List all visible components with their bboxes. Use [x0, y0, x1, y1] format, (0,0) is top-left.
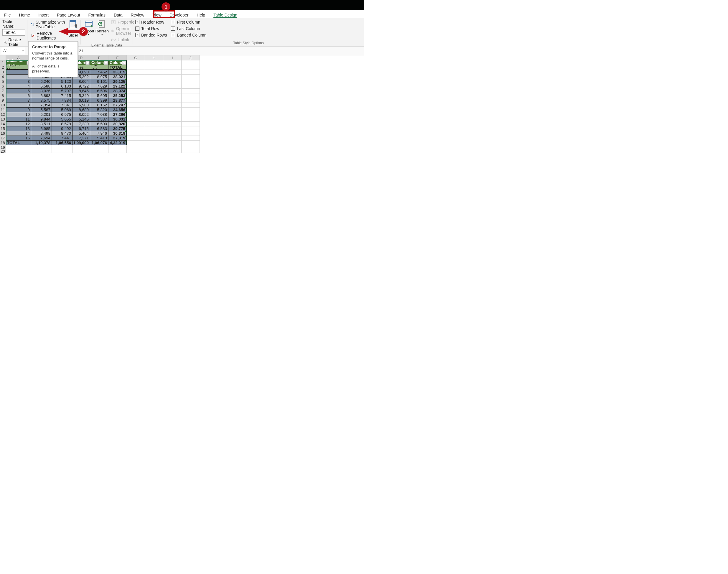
cell-E8[interactable]: 5,605	[90, 93, 109, 98]
tab-home[interactable]: Home	[15, 12, 34, 18]
row-header-18[interactable]: 18	[0, 140, 6, 145]
cell-D10[interactable]: 6,900	[73, 103, 90, 108]
cell-F17[interactable]: 27,819	[109, 136, 127, 140]
row-header-13[interactable]: 13	[0, 117, 6, 122]
cell-F8[interactable]: 25,253	[109, 93, 127, 98]
cell-B13[interactable]: 9,844	[31, 117, 52, 122]
row-header-4[interactable]: 4	[0, 75, 6, 79]
first-column-checkbox[interactable]: First Column	[171, 19, 206, 25]
row-header-8[interactable]: 8	[0, 93, 6, 98]
cell-B12[interactable]: 5,201	[31, 112, 52, 117]
cell-F13[interactable]: 30,031	[109, 117, 127, 122]
select-all-corner[interactable]	[0, 55, 6, 60]
cell-F3[interactable]: 33,315	[109, 70, 127, 75]
cell-F16[interactable]: 30,318	[109, 131, 127, 136]
tab-data[interactable]: Data	[110, 12, 127, 18]
cell-B5[interactable]: 6,240	[31, 79, 52, 84]
row-header-5[interactable]: 5	[0, 79, 6, 84]
cell-F11[interactable]: 24,656	[109, 108, 127, 112]
col-header-E[interactable]: E	[90, 55, 109, 60]
cell-D15[interactable]: 6,715	[73, 126, 90, 131]
tab-pagelayout[interactable]: Page Layout	[53, 12, 84, 18]
table-name-input[interactable]	[2, 29, 25, 36]
cell-E5[interactable]: 9,161	[90, 79, 109, 84]
cell-A7[interactable]: 5	[6, 89, 31, 93]
cell-E1[interactable]: Column▾	[90, 60, 109, 65]
cell-E14[interactable]: 6,500	[90, 122, 109, 126]
filter-dropdown-icon[interactable]: ▾	[85, 61, 90, 65]
cell-E2[interactable]: Q4 Sales	[90, 65, 109, 70]
header-row-checkbox[interactable]: Header Row	[135, 19, 167, 25]
cell-D18[interactable]: 1,09,009	[73, 140, 90, 145]
cell-A4[interactable]: 2	[6, 75, 31, 79]
cell-D14[interactable]: 7,230	[73, 122, 90, 126]
formula-bar-value[interactable]: 21	[79, 49, 83, 53]
row-header-7[interactable]: 7	[0, 89, 6, 93]
row-header-17[interactable]: 17	[0, 136, 6, 140]
tab-help[interactable]: Help	[193, 12, 209, 18]
resize-table-button[interactable]: Resize Table	[2, 37, 25, 47]
cell-F14[interactable]: 30,820	[109, 122, 127, 126]
cell-C7[interactable]: 5,797	[52, 89, 73, 93]
cell-B9[interactable]: 8,575	[31, 98, 52, 103]
cell-F7[interactable]: 28,974	[109, 89, 127, 93]
cell-C16[interactable]: 8,470	[52, 131, 73, 136]
cell-A17[interactable]: 15	[6, 136, 31, 140]
cell-D12[interactable]: 8,052	[73, 112, 90, 117]
row-header-6[interactable]: 6	[0, 84, 6, 89]
cell-C12[interactable]: 6,975	[52, 112, 73, 117]
cell-B11[interactable]: 5,587	[31, 108, 52, 112]
row-header-14[interactable]: 14	[0, 122, 6, 126]
cell-A14[interactable]: 12	[6, 122, 31, 126]
cell-A12[interactable]: 10	[6, 112, 31, 117]
cell-B8[interactable]: 6,893	[31, 93, 52, 98]
cell-E17[interactable]: 5,413	[90, 136, 109, 140]
cell-E16[interactable]: 7,946	[90, 131, 109, 136]
cell-E9[interactable]: 6,399	[90, 98, 109, 103]
cell-F1[interactable]: Column▾	[109, 60, 127, 65]
cell-C10[interactable]: 7,341	[52, 103, 73, 108]
cell-A13[interactable]: 11	[6, 117, 31, 122]
cell-F5[interactable]: 29,125	[109, 79, 127, 84]
cell-B15[interactable]: 6,985	[31, 126, 52, 131]
cell-D5[interactable]: 8,604	[73, 79, 90, 84]
tab-formulas[interactable]: Formulas	[84, 12, 110, 18]
row-header-10[interactable]: 10	[0, 103, 6, 108]
row-header-12[interactable]: 12	[0, 112, 6, 117]
cell-F10[interactable]: 27,747	[109, 103, 127, 108]
cell-C11[interactable]: 5,069	[52, 108, 73, 112]
cell-C6[interactable]: 6,183	[52, 84, 73, 89]
cell-D17[interactable]: 7,271	[73, 136, 90, 140]
cell-C18[interactable]: 1,06,556	[52, 140, 73, 145]
cell-E18[interactable]: 1,06,076	[90, 140, 109, 145]
cell-A5[interactable]: 3	[6, 79, 31, 84]
cell-E11[interactable]: 5,320	[90, 108, 109, 112]
col-header-J[interactable]: J	[181, 55, 200, 60]
cell-B17[interactable]: 7,694	[31, 136, 52, 140]
cell-F2[interactable]: TOTAL	[109, 65, 127, 70]
cell-C5[interactable]: 5,120	[52, 79, 73, 84]
banded-rows-checkbox[interactable]: Banded Rows	[135, 32, 167, 38]
cell-E15[interactable]: 6,583	[90, 126, 109, 131]
row-header-9[interactable]: 9	[0, 98, 6, 103]
cell-D8[interactable]: 5,340	[73, 93, 90, 98]
cell-A15[interactable]: 13	[6, 126, 31, 131]
cell-C14[interactable]: 8,579	[52, 122, 73, 126]
cell-E13[interactable]: 9,387	[90, 117, 109, 122]
filter-dropdown-icon[interactable]: ▾	[122, 61, 126, 65]
cell-B7[interactable]: 8,026	[31, 89, 52, 93]
row-header-1[interactable]: 1	[0, 60, 6, 65]
row-header-3[interactable]: 3	[0, 70, 6, 75]
cell-C13[interactable]: 5,655	[52, 117, 73, 122]
cell-D6[interactable]: 9,722	[73, 84, 90, 89]
cell-A8[interactable]: 6	[6, 93, 31, 98]
refresh-button[interactable]: Refresh ▾	[95, 19, 109, 43]
row-header-2[interactable]: 2	[0, 65, 6, 70]
cell-B6[interactable]: 5,588	[31, 84, 52, 89]
col-header-H[interactable]: H	[145, 55, 163, 60]
cell-E3[interactable]: 7,462	[90, 70, 109, 75]
row-header-11[interactable]: 11	[0, 108, 6, 112]
cell-A10[interactable]: 8	[6, 103, 31, 108]
cell-F18[interactable]: 4,32,019	[109, 140, 127, 145]
cell-B16[interactable]: 8,498	[31, 131, 52, 136]
